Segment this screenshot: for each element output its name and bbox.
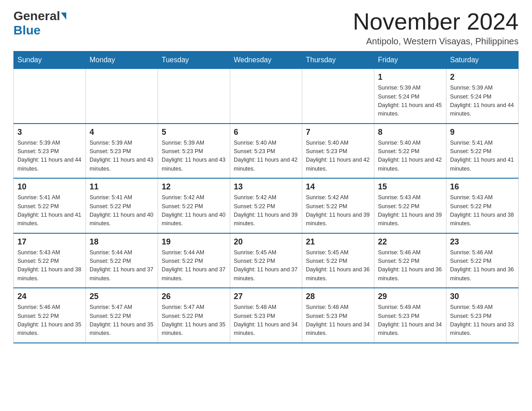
logo: General Blue — [13, 9, 67, 38]
day-number: 24 — [17, 292, 82, 301]
calendar-cell: 27Sunrise: 5:48 AM Sunset: 5:23 PM Dayli… — [230, 288, 302, 343]
calendar-cell: 19Sunrise: 5:44 AM Sunset: 5:22 PM Dayli… — [158, 233, 230, 288]
header-friday: Friday — [374, 51, 446, 69]
day-info: Sunrise: 5:48 AM Sunset: 5:23 PM Dayligh… — [306, 303, 370, 338]
day-info: Sunrise: 5:42 AM Sunset: 5:22 PM Dayligh… — [162, 193, 226, 228]
day-info: Sunrise: 5:45 AM Sunset: 5:22 PM Dayligh… — [306, 248, 370, 283]
day-info: Sunrise: 5:43 AM Sunset: 5:22 PM Dayligh… — [450, 193, 515, 228]
calendar-cell: 29Sunrise: 5:49 AM Sunset: 5:23 PM Dayli… — [374, 288, 446, 343]
day-number: 3 — [17, 128, 82, 137]
day-info: Sunrise: 5:46 AM Sunset: 5:22 PM Dayligh… — [17, 303, 82, 338]
day-info: Sunrise: 5:41 AM Sunset: 5:22 PM Dayligh… — [450, 139, 515, 174]
calendar-body: 1Sunrise: 5:39 AM Sunset: 5:24 PM Daylig… — [14, 69, 519, 343]
day-number: 5 — [162, 128, 226, 137]
day-number: 11 — [90, 182, 154, 192]
day-number: 19 — [162, 237, 226, 247]
day-number: 20 — [234, 237, 298, 247]
calendar-cell: 17Sunrise: 5:43 AM Sunset: 5:22 PM Dayli… — [14, 233, 86, 288]
calendar-cell: 26Sunrise: 5:47 AM Sunset: 5:22 PM Dayli… — [158, 288, 230, 343]
calendar-cell — [158, 69, 230, 124]
calendar-cell — [86, 69, 158, 124]
day-number: 14 — [306, 182, 370, 192]
calendar-cell: 20Sunrise: 5:45 AM Sunset: 5:22 PM Dayli… — [230, 233, 302, 288]
calendar-week-row: 1Sunrise: 5:39 AM Sunset: 5:24 PM Daylig… — [14, 69, 519, 124]
day-number: 8 — [378, 128, 442, 137]
calendar-cell: 6Sunrise: 5:40 AM Sunset: 5:23 PM Daylig… — [230, 124, 302, 179]
day-number: 18 — [90, 237, 154, 247]
calendar-cell: 14Sunrise: 5:42 AM Sunset: 5:22 PM Dayli… — [302, 178, 374, 233]
day-info: Sunrise: 5:47 AM Sunset: 5:22 PM Dayligh… — [90, 303, 154, 338]
day-number: 27 — [234, 292, 298, 301]
calendar-cell: 21Sunrise: 5:45 AM Sunset: 5:22 PM Dayli… — [302, 233, 374, 288]
header-tuesday: Tuesday — [158, 51, 230, 69]
day-number: 4 — [90, 128, 154, 137]
calendar-cell: 18Sunrise: 5:44 AM Sunset: 5:22 PM Dayli… — [86, 233, 158, 288]
header-sunday: Sunday — [14, 51, 86, 69]
calendar-cell: 5Sunrise: 5:39 AM Sunset: 5:23 PM Daylig… — [158, 124, 230, 179]
calendar-cell: 28Sunrise: 5:48 AM Sunset: 5:23 PM Dayli… — [302, 288, 374, 343]
calendar-week-row: 3Sunrise: 5:39 AM Sunset: 5:23 PM Daylig… — [14, 124, 519, 179]
day-info: Sunrise: 5:40 AM Sunset: 5:23 PM Dayligh… — [234, 139, 298, 174]
calendar-cell: 16Sunrise: 5:43 AM Sunset: 5:22 PM Dayli… — [446, 178, 519, 233]
day-info: Sunrise: 5:44 AM Sunset: 5:22 PM Dayligh… — [90, 248, 154, 283]
day-number: 28 — [306, 292, 370, 301]
header-thursday: Thursday — [302, 51, 374, 69]
day-info: Sunrise: 5:39 AM Sunset: 5:23 PM Dayligh… — [17, 139, 82, 174]
day-number: 30 — [450, 292, 515, 301]
title-section: November 2024 Antipolo, Western Visayas,… — [353, 9, 519, 47]
day-info: Sunrise: 5:49 AM Sunset: 5:23 PM Dayligh… — [378, 303, 442, 338]
days-of-week-row: Sunday Monday Tuesday Wednesday Thursday… — [14, 51, 519, 69]
day-number: 29 — [378, 292, 442, 301]
calendar-cell: 23Sunrise: 5:46 AM Sunset: 5:22 PM Dayli… — [446, 233, 519, 288]
day-info: Sunrise: 5:45 AM Sunset: 5:22 PM Dayligh… — [234, 248, 298, 283]
logo-triangle-icon — [61, 13, 66, 20]
calendar-cell: 9Sunrise: 5:41 AM Sunset: 5:22 PM Daylig… — [446, 124, 519, 179]
day-info: Sunrise: 5:46 AM Sunset: 5:22 PM Dayligh… — [378, 248, 442, 283]
calendar-week-row: 17Sunrise: 5:43 AM Sunset: 5:22 PM Dayli… — [14, 233, 519, 288]
day-number: 6 — [234, 128, 298, 137]
day-info: Sunrise: 5:40 AM Sunset: 5:23 PM Dayligh… — [306, 139, 370, 174]
page-header: General Blue November 2024 Antipolo, Wes… — [13, 9, 519, 47]
calendar-cell: 13Sunrise: 5:42 AM Sunset: 5:22 PM Dayli… — [230, 178, 302, 233]
day-info: Sunrise: 5:49 AM Sunset: 5:23 PM Dayligh… — [450, 303, 515, 338]
calendar-cell: 15Sunrise: 5:43 AM Sunset: 5:22 PM Dayli… — [374, 178, 446, 233]
day-number: 23 — [450, 237, 515, 247]
calendar-cell: 11Sunrise: 5:41 AM Sunset: 5:22 PM Dayli… — [86, 178, 158, 233]
day-info: Sunrise: 5:39 AM Sunset: 5:24 PM Dayligh… — [378, 84, 442, 119]
day-number: 7 — [306, 128, 370, 137]
calendar-cell: 4Sunrise: 5:39 AM Sunset: 5:23 PM Daylig… — [86, 124, 158, 179]
logo-general-text: General — [13, 9, 60, 23]
day-info: Sunrise: 5:44 AM Sunset: 5:22 PM Dayligh… — [162, 248, 226, 283]
day-info: Sunrise: 5:48 AM Sunset: 5:23 PM Dayligh… — [234, 303, 298, 338]
day-info: Sunrise: 5:43 AM Sunset: 5:22 PM Dayligh… — [378, 193, 442, 228]
day-number: 21 — [306, 237, 370, 247]
header-wednesday: Wednesday — [230, 51, 302, 69]
day-info: Sunrise: 5:39 AM Sunset: 5:23 PM Dayligh… — [162, 139, 226, 174]
day-number: 16 — [450, 182, 515, 192]
calendar-cell — [302, 69, 374, 124]
day-info: Sunrise: 5:46 AM Sunset: 5:22 PM Dayligh… — [450, 248, 515, 283]
day-info: Sunrise: 5:39 AM Sunset: 5:23 PM Dayligh… — [90, 139, 154, 174]
day-info: Sunrise: 5:47 AM Sunset: 5:22 PM Dayligh… — [162, 303, 226, 338]
calendar-cell: 7Sunrise: 5:40 AM Sunset: 5:23 PM Daylig… — [302, 124, 374, 179]
day-number: 15 — [378, 182, 442, 192]
day-number: 12 — [162, 182, 226, 192]
calendar-cell: 10Sunrise: 5:41 AM Sunset: 5:22 PM Dayli… — [14, 178, 86, 233]
day-number: 26 — [162, 292, 226, 301]
location-text: Antipolo, Western Visayas, Philippines — [353, 36, 519, 47]
header-monday: Monday — [86, 51, 158, 69]
calendar-cell: 2Sunrise: 5:39 AM Sunset: 5:24 PM Daylig… — [446, 69, 519, 124]
calendar-cell: 30Sunrise: 5:49 AM Sunset: 5:23 PM Dayli… — [446, 288, 519, 343]
day-info: Sunrise: 5:43 AM Sunset: 5:22 PM Dayligh… — [17, 248, 82, 283]
calendar-week-row: 10Sunrise: 5:41 AM Sunset: 5:22 PM Dayli… — [14, 178, 519, 233]
day-number: 10 — [17, 182, 82, 192]
calendar-cell: 24Sunrise: 5:46 AM Sunset: 5:22 PM Dayli… — [14, 288, 86, 343]
calendar-cell: 12Sunrise: 5:42 AM Sunset: 5:22 PM Dayli… — [158, 178, 230, 233]
calendar-cell: 8Sunrise: 5:40 AM Sunset: 5:22 PM Daylig… — [374, 124, 446, 179]
calendar-cell: 3Sunrise: 5:39 AM Sunset: 5:23 PM Daylig… — [14, 124, 86, 179]
day-info: Sunrise: 5:41 AM Sunset: 5:22 PM Dayligh… — [90, 193, 154, 228]
day-info: Sunrise: 5:39 AM Sunset: 5:24 PM Dayligh… — [450, 84, 515, 119]
day-number: 17 — [17, 237, 82, 247]
day-info: Sunrise: 5:42 AM Sunset: 5:22 PM Dayligh… — [234, 193, 298, 228]
header-saturday: Saturday — [446, 51, 519, 69]
